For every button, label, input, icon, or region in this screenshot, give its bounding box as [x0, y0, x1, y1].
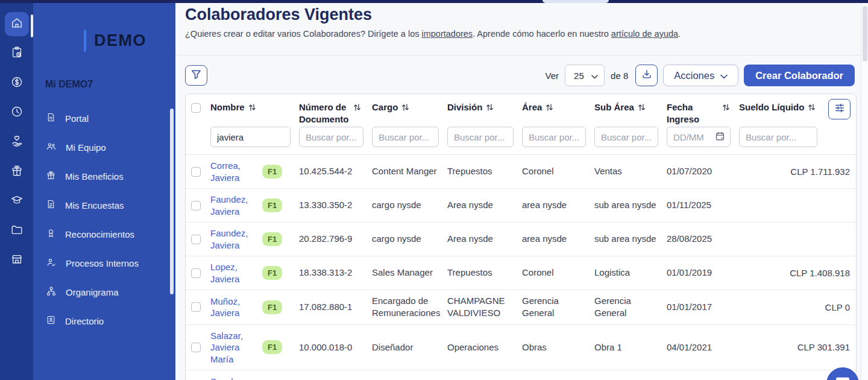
table-row[interactable]: Muñoz, JavieraF1 17.082.880-1 Encargado … [186, 290, 856, 325]
collaborator-name-link[interactable]: Muñoz, Javiera [210, 296, 256, 319]
rail-rewards-button[interactable] [5, 160, 29, 184]
row-checkbox[interactable] [191, 302, 201, 312]
rail-home-button[interactable] [5, 12, 29, 36]
row-checkbox[interactable] [191, 268, 201, 278]
sort-icon[interactable] [546, 103, 553, 115]
collaborator-name-link[interactable]: Lopez, Javiera [210, 261, 256, 285]
rail-payments-button[interactable] [5, 71, 29, 95]
sueldo-cell: CLP 1.711.932 [739, 166, 856, 177]
sidebar-item-reconocimientos[interactable]: Reconocimientos [33, 220, 175, 249]
sort-icon[interactable] [353, 103, 361, 115]
sidebar-item-mis-encuestas[interactable]: Mis Encuestas [33, 191, 175, 220]
cargo-cell: cargo nysde [372, 233, 447, 245]
sueldo-cell: CLP 301.391 [739, 342, 856, 352]
sidebar-item-procesos-internos[interactable]: Procesos Internos [33, 249, 175, 277]
workspace-label: Mi DEMO7 [45, 79, 93, 90]
total-count-label: de 8 [611, 71, 628, 81]
gift-icon [46, 170, 56, 182]
column-label: Cargo [372, 101, 398, 113]
sliders-icon [834, 103, 845, 116]
documento-filter-input[interactable] [299, 127, 363, 147]
rail-company-button[interactable] [5, 249, 29, 273]
column-header-nombre[interactable]: Nombre [210, 101, 299, 115]
collaborator-name-link[interactable]: Faundez, Javiera [210, 227, 256, 251]
importers-link[interactable]: importadores [421, 29, 473, 39]
sidebar-item-label: Organigrama [66, 287, 119, 297]
row-checkbox[interactable] [191, 235, 201, 244]
home-icon [10, 16, 24, 32]
table-row[interactable]: Salazar, Javiera MaríaF1 10.000.018-0 Di… [186, 325, 856, 371]
table-row[interactable]: Faundez, JavieraF1 13.330.350-2 cargo ny… [186, 189, 856, 223]
table-row[interactable]: Faundez, JavieraF1 20.282.796-9 cargo ny… [186, 223, 856, 256]
sueldo-filter-input[interactable] [739, 127, 817, 147]
sidebar-item-mis-beneficios[interactable]: Mis Beneficios [33, 162, 175, 191]
collaborator-name-link[interactable]: Correa, Javiera [210, 160, 256, 183]
column-header-area[interactable]: Área [522, 101, 594, 115]
page-scrollbar-track[interactable] [861, 3, 868, 380]
division-cell: Operaciones [447, 341, 522, 353]
filter-button[interactable] [185, 65, 207, 86]
rail-tasks-button[interactable] [5, 42, 29, 66]
column-label: Sueldo Líquido [739, 101, 804, 113]
actions-button[interactable]: Acciones [663, 65, 738, 86]
sort-icon[interactable] [486, 103, 494, 115]
column-header-documento[interactable]: Número de Documento [299, 101, 372, 125]
subtitle-text: . [678, 29, 681, 39]
sidebar-item-directorio[interactable]: Directorio [33, 306, 175, 335]
documento-cell: 13.330.350-2 [299, 199, 372, 211]
collaborator-name-link[interactable]: Sanchez, Javiera [210, 376, 256, 380]
sub-area-filter-input[interactable] [594, 127, 658, 147]
help-article-link[interactable]: artículo de ayuda [611, 29, 678, 39]
status-badge: F1 [262, 165, 282, 179]
rail-benefits-button[interactable] [5, 130, 29, 154]
sidebar-scrollbar[interactable] [170, 109, 174, 294]
page-scrollbar-thumb[interactable] [863, 6, 867, 62]
column-header-sueldo-liquido[interactable]: Sueldo Líquido [739, 101, 823, 115]
directory-icon [46, 315, 56, 327]
rail-documents-button[interactable] [5, 219, 29, 243]
logo-text: DEMO [94, 31, 146, 50]
sidebar-item-mi-equipo[interactable]: Mi Equipo [33, 133, 175, 162]
sort-icon[interactable] [722, 103, 730, 115]
column-label: Área [522, 101, 542, 113]
create-collaborator-button[interactable]: Crear Colaborador [744, 65, 855, 86]
column-label: Número de Documento [299, 101, 350, 125]
page-size-select[interactable]: 25 [565, 65, 605, 86]
sort-icon[interactable] [248, 103, 256, 115]
table-row[interactable]: Sanchez, JavieraF1 19.989.999-1 02/03/20… [186, 370, 856, 380]
sort-icon[interactable] [808, 103, 816, 115]
select-all-checkbox[interactable] [191, 103, 201, 113]
collaborator-name-link[interactable]: Salazar, Javiera María [210, 330, 256, 366]
sidebar-item-organigrama[interactable]: Organigrama [33, 277, 175, 306]
area-filter-input[interactable] [522, 127, 586, 147]
rail-training-button[interactable] [5, 189, 29, 214]
column-label: Fecha Ingreso [667, 101, 702, 125]
sort-icon[interactable] [401, 103, 409, 115]
table-row[interactable]: Lopez, JavieraF1 18.338.313-2 Sales Mana… [186, 256, 856, 290]
cargo-cell: Sales Manager [372, 267, 447, 279]
nombre-filter-input[interactable] [210, 127, 291, 147]
row-checkbox[interactable] [191, 343, 201, 352]
table-row[interactable]: Correa, JavieraF1 10.425.544-2 Content M… [186, 155, 856, 189]
cargo-filter-input[interactable] [372, 127, 439, 147]
sub-area-cell: sub area nysde [594, 199, 667, 211]
division-filter-input[interactable] [447, 127, 514, 147]
download-button[interactable] [635, 65, 658, 86]
browser-tab-notch [542, 0, 609, 3]
rail-time-button[interactable] [5, 101, 29, 125]
column-settings-button[interactable] [828, 99, 851, 119]
column-header-division[interactable]: División [447, 101, 522, 115]
column-header-cargo[interactable]: Cargo [372, 101, 447, 115]
area-cell: Obras [522, 341, 594, 353]
sort-icon[interactable] [638, 103, 646, 115]
column-label: Nombre [210, 101, 245, 113]
sidebar-item-label: Mis Encuestas [65, 200, 124, 211]
row-checkbox[interactable] [191, 167, 201, 177]
sub-area-cell: sub area nysde [594, 233, 667, 245]
fecha-filter-input[interactable]: DD/MM [667, 127, 731, 147]
row-checkbox[interactable] [191, 201, 201, 211]
sidebar-item-portal[interactable]: Portal [33, 104, 175, 133]
column-header-sub-area[interactable]: Sub Área [594, 101, 667, 115]
column-header-fecha-ingreso[interactable]: Fecha Ingreso [667, 101, 739, 125]
collaborator-name-link[interactable]: Faundez, Javiera [210, 194, 256, 217]
